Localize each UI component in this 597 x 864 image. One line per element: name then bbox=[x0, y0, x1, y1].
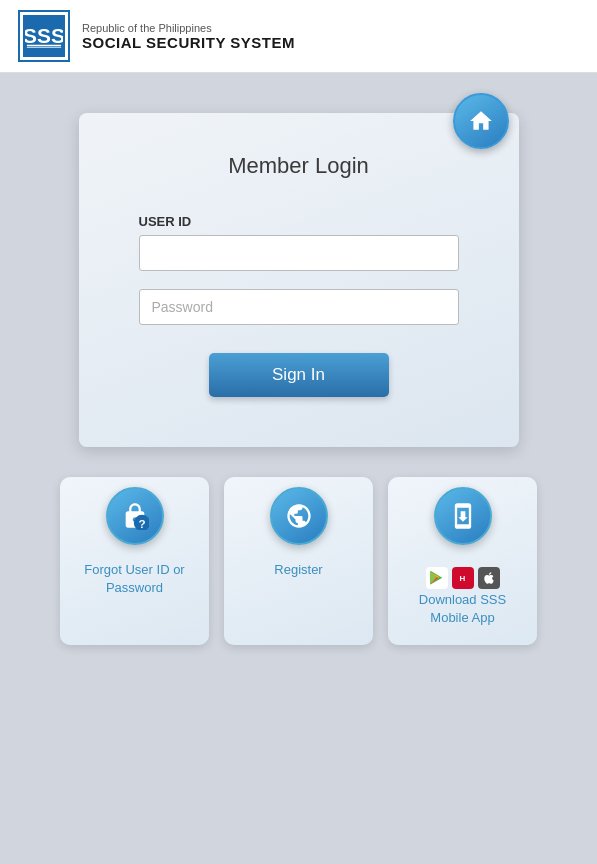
userid-label: USER ID bbox=[139, 214, 459, 229]
svg-text:?: ? bbox=[138, 517, 145, 530]
header-text: Republic of the Philippines SOCIAL SECUR… bbox=[82, 22, 295, 51]
apple-app-store-icon bbox=[478, 567, 500, 589]
forgot-card[interactable]: ? Forgot User ID orPassword bbox=[60, 477, 209, 645]
password-input[interactable] bbox=[139, 289, 459, 325]
home-button[interactable] bbox=[453, 93, 509, 149]
header-title: SOCIAL SECURITY SYSTEM bbox=[82, 34, 295, 51]
svg-text:SSS: SSS bbox=[25, 24, 63, 47]
home-icon bbox=[468, 108, 494, 134]
main-content: Member Login USER ID Sign In ? bbox=[0, 73, 597, 864]
sss-logo-icon: SSS bbox=[25, 17, 63, 55]
signin-button[interactable]: Sign In bbox=[209, 353, 389, 397]
logo-inner: SSS bbox=[23, 15, 65, 57]
phone-download-icon bbox=[449, 502, 477, 530]
register-icon-circle bbox=[270, 487, 328, 545]
bottom-cards: ? Forgot User ID orPassword Register bbox=[20, 477, 577, 645]
download-label: Download SSSMobile App bbox=[419, 591, 506, 627]
forgot-label: Forgot User ID orPassword bbox=[84, 561, 184, 597]
app-store-icons: H bbox=[426, 567, 500, 589]
app-header: SSS Republic of the Philippines SOCIAL S… bbox=[0, 0, 597, 73]
login-title: Member Login bbox=[139, 153, 459, 179]
header-subtitle: Republic of the Philippines bbox=[82, 22, 295, 34]
register-label: Register bbox=[274, 561, 322, 579]
download-icon-circle bbox=[434, 487, 492, 545]
password-group bbox=[139, 289, 459, 325]
login-card-wrap: Member Login USER ID Sign In bbox=[79, 113, 519, 447]
download-card[interactable]: H Download SSSMobile App bbox=[388, 477, 537, 645]
google-play-icon bbox=[426, 567, 448, 589]
login-card: Member Login USER ID Sign In bbox=[79, 113, 519, 447]
sss-logo: SSS bbox=[18, 10, 70, 62]
globe-icon bbox=[285, 502, 313, 530]
userid-group: USER ID bbox=[139, 214, 459, 271]
userid-input[interactable] bbox=[139, 235, 459, 271]
huawei-icon: H bbox=[452, 567, 474, 589]
register-card[interactable]: Register bbox=[224, 477, 373, 645]
lock-icon: ? bbox=[121, 502, 149, 530]
forgot-icon-circle: ? bbox=[106, 487, 164, 545]
